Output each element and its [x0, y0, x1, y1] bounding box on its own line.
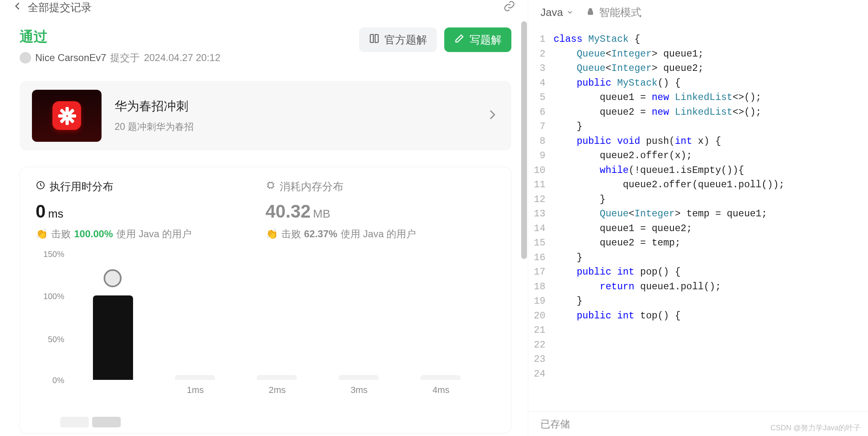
- watermark: CSDN @努力学Java的叶子: [771, 423, 861, 433]
- mode-label: 智能模式: [599, 5, 642, 20]
- runtime-number: 0: [36, 201, 45, 222]
- left-panel: 全部提交记录 通过 Nice CarsonEv7 提交于 2024.04.27 …: [0, 0, 528, 436]
- language-label: Java: [540, 6, 563, 19]
- clap-icon: 👏: [36, 228, 48, 240]
- runtime-beat: 👏 击败 100.00% 使用 Java 的用户: [36, 227, 266, 241]
- book-icon: [369, 33, 380, 47]
- memory-head: 消耗内存分布: [266, 179, 496, 194]
- range-segment[interactable]: [60, 417, 89, 427]
- back-button[interactable]: 全部提交记录: [12, 0, 92, 15]
- runtime-head-label: 执行用时分布: [50, 179, 113, 194]
- code-editor[interactable]: 123456789101112131415161718192021222324 …: [528, 25, 868, 411]
- ytick-50: 50%: [36, 335, 64, 344]
- back-label: 全部提交记录: [28, 0, 92, 15]
- ytick-0: 0%: [36, 376, 64, 385]
- bar-2ms[interactable]: [257, 375, 297, 380]
- user-marker: [104, 269, 122, 287]
- runtime-value: 0 ms: [36, 201, 266, 222]
- runtime-unit: ms: [48, 207, 63, 220]
- beat-prefix-2: 击败: [281, 227, 301, 241]
- official-label: 官方题解: [384, 33, 427, 47]
- user-name[interactable]: Nice CarsonEv7: [35, 52, 106, 64]
- runtime-pct: 100.00%: [74, 228, 113, 240]
- runtime-col: 执行用时分布 0 ms 👏 击败 100.00% 使用 Java 的用户: [36, 179, 266, 241]
- arrow-right-icon: [485, 108, 499, 123]
- promo-thumb: [32, 90, 102, 142]
- stats-card: 执行用时分布 0 ms 👏 击败 100.00% 使用 Java 的用户: [20, 167, 511, 434]
- submitted-prefix: 提交于: [110, 51, 140, 64]
- submitted-at: 2024.04.27 20:12: [144, 52, 220, 64]
- huawei-icon: [52, 101, 81, 130]
- line-gutter: 123456789101112131415161718192021222324: [528, 32, 551, 411]
- language-select[interactable]: Java: [540, 6, 574, 19]
- memory-value: 40.32 MB: [266, 201, 496, 222]
- runtime-chart: 150% 100% 50% 0% 1ms 2ms 3m: [36, 253, 495, 400]
- smart-mode[interactable]: 智能模式: [586, 5, 642, 20]
- beat-suffix-2: 使用 Java 的用户: [341, 227, 416, 241]
- chip-icon: [266, 180, 276, 193]
- write-label: 写题解: [470, 33, 502, 47]
- scrollbar-thumb[interactable]: [521, 21, 527, 259]
- promo-card[interactable]: 华为春招冲刺 20 题冲刺华为春招: [20, 81, 511, 150]
- lock-icon: [586, 6, 595, 19]
- chevron-down-icon: [566, 6, 574, 19]
- right-panel: Java 智能模式 123456789101112131415161718192…: [528, 0, 868, 436]
- submit-info: Nice CarsonEv7 提交于 2024.04.27 20:12: [20, 51, 359, 64]
- official-solution-button[interactable]: 官方题解: [359, 27, 437, 52]
- left-header: 全部提交记录: [0, 0, 528, 15]
- clock-icon: [36, 180, 45, 193]
- ytick-150: 150%: [36, 250, 64, 259]
- ytick-100: 100%: [36, 292, 64, 301]
- code-content[interactable]: class MyStack { Queue<Integer> queue1; Q…: [551, 32, 868, 411]
- link-icon[interactable]: [503, 0, 515, 15]
- bar-0ms[interactable]: [93, 295, 133, 380]
- memory-unit: MB: [313, 207, 330, 220]
- beat-suffix: 使用 Java 的用户: [116, 227, 192, 241]
- memory-pct: 62.37%: [304, 228, 337, 240]
- bar-3ms[interactable]: [339, 375, 379, 380]
- bar-4ms[interactable]: [420, 375, 461, 380]
- memory-beat: 👏 击败 62.37% 使用 Java 的用户: [266, 227, 496, 241]
- memory-col: 消耗内存分布 40.32 MB 👏 击败 62.37% 使用 Java 的用户: [266, 179, 496, 241]
- memory-number: 40.32: [266, 201, 311, 222]
- xtick-2ms: 2ms: [269, 385, 286, 395]
- range-segment-active[interactable]: [92, 417, 121, 427]
- memory-head-label: 消耗内存分布: [280, 179, 344, 194]
- xtick-1ms: 1ms: [187, 385, 204, 395]
- editor-header: Java 智能模式: [528, 0, 868, 25]
- arrow-left-icon: [12, 1, 23, 14]
- xtick-4ms: 4ms: [432, 385, 450, 395]
- edit-icon: [454, 33, 465, 47]
- promo-title: 华为春招冲刺: [115, 98, 472, 115]
- svg-rect-2: [588, 11, 593, 15]
- bar-1ms[interactable]: [175, 375, 215, 380]
- svg-rect-1: [268, 183, 273, 188]
- xtick-3ms: 3ms: [350, 385, 368, 395]
- runtime-head: 执行用时分布: [36, 179, 266, 194]
- saved-label: 已存储: [540, 418, 570, 431]
- beat-prefix: 击败: [51, 227, 71, 241]
- promo-subtitle: 20 题冲刺华为春招: [115, 120, 472, 133]
- clap-icon: 👏: [266, 228, 278, 240]
- status-row: 通过 Nice CarsonEv7 提交于 2024.04.27 20:12 官…: [20, 27, 511, 64]
- write-solution-button[interactable]: 写题解: [444, 27, 511, 52]
- status-accepted: 通过: [20, 27, 359, 46]
- avatar: [20, 52, 31, 64]
